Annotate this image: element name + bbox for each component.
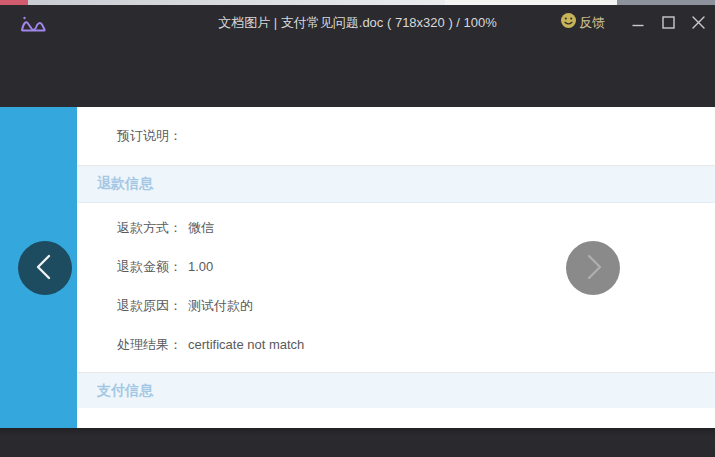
- titlebar: 文档图片 | 支付常见问题.doc ( 718x320 ) / 100% 反馈: [0, 5, 715, 40]
- refund-section-header: 退款信息: [77, 165, 715, 203]
- booking-note-row: 预订说明：: [77, 107, 715, 165]
- maximize-button[interactable]: [653, 5, 683, 40]
- field-label: 退款原因：: [117, 297, 182, 315]
- prev-page-button[interactable]: [18, 241, 72, 295]
- document-viewer: 预订说明： 退款信息 返款方式： 微信 退款金额： 1.00 退款原因： 测试付…: [0, 107, 715, 428]
- field-value: 微信: [188, 219, 214, 237]
- next-page-button[interactable]: [566, 241, 620, 295]
- field-value: certificate not match: [188, 337, 304, 352]
- payment-section-title: 支付信息: [97, 382, 153, 400]
- minimize-button[interactable]: [623, 5, 653, 40]
- window-controls: 反馈: [560, 5, 715, 40]
- field-label: 处理结果：: [117, 336, 182, 354]
- smiley-face-icon: [560, 12, 577, 33]
- field-label: 退款金额：: [117, 258, 182, 276]
- close-button[interactable]: [683, 5, 713, 40]
- feedback-button[interactable]: 反馈: [560, 12, 605, 33]
- feedback-label: 反馈: [579, 14, 605, 32]
- field-row-process-result: 处理结果： certificate not match: [77, 325, 715, 364]
- chevron-left-icon: [18, 240, 72, 297]
- refund-section-title: 退款信息: [97, 175, 153, 193]
- payment-section-header: 支付信息: [77, 372, 715, 408]
- booking-note-label: 预订说明：: [117, 127, 182, 145]
- field-value: 测试付款的: [188, 297, 253, 315]
- app-window: 文档图片 | 支付常见问题.doc ( 718x320 ) / 100% 反馈: [0, 0, 715, 457]
- bottom-bar: [0, 428, 715, 457]
- chevron-right-icon: [566, 240, 620, 297]
- field-label: 返款方式：: [117, 219, 182, 237]
- field-value: 1.00: [188, 259, 213, 274]
